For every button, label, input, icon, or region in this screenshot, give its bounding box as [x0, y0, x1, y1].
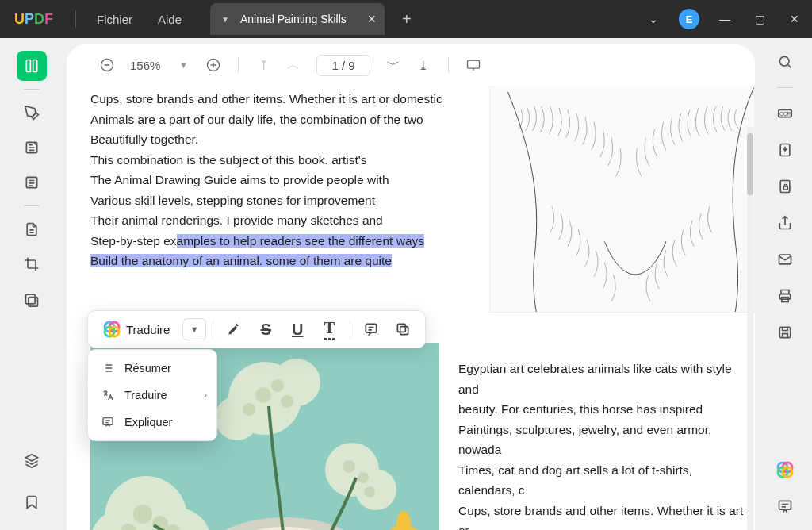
divider — [448, 57, 449, 73]
menu-item-translate[interactable]: Traduire › — [88, 382, 216, 409]
main-area: 156% ▼ ⤒ ︿ 1 / 9 ﹀ ⤓ Cups, store brands … — [0, 38, 812, 530]
scrollbar[interactable] — [747, 127, 753, 530]
scrollbar-thumb[interactable] — [747, 133, 753, 195]
titlebar: UPDF Fichier Aide ▼ Animal Painting Skil… — [0, 0, 812, 38]
text-block-left[interactable]: Cups, store brands and other items. Whet… — [90, 89, 463, 271]
translate-icon — [99, 389, 117, 401]
svg-point-26 — [281, 395, 293, 408]
underline-tool-icon[interactable]: U — [283, 316, 312, 343]
svg-point-18 — [133, 505, 152, 524]
presentation-mode-button[interactable] — [462, 53, 485, 77]
new-tab-button[interactable]: + — [391, 10, 423, 29]
sidebar-crop-tool[interactable] — [17, 249, 47, 279]
ocr-icon[interactable]: OCR — [774, 102, 796, 125]
tab-close-icon[interactable]: ✕ — [367, 13, 377, 25]
ai-assistant-icon[interactable] — [774, 459, 796, 481]
divider — [238, 57, 239, 73]
chevron-right-icon: › — [204, 390, 207, 401]
zoom-out-button[interactable] — [95, 53, 119, 77]
svg-point-23 — [255, 387, 271, 403]
svg-rect-3 — [29, 298, 38, 307]
sidebar-layers-icon[interactable] — [17, 446, 47, 476]
app-logo: UPDF — [14, 11, 53, 28]
save-icon[interactable] — [774, 321, 796, 344]
convert-icon[interactable] — [774, 139, 796, 161]
svg-point-29 — [364, 486, 375, 497]
zoom-dropdown-icon[interactable]: ▼ — [171, 53, 195, 77]
svg-rect-46 — [783, 186, 787, 190]
first-page-button[interactable]: ⤒ — [251, 53, 275, 77]
sidebar-reader-mode[interactable] — [17, 51, 47, 81]
divider — [213, 321, 213, 338]
svg-rect-6 — [467, 60, 479, 68]
divider — [24, 205, 40, 206]
ai-context-menu: Résumer Traduire › Expliquer — [87, 349, 217, 441]
page-indicator[interactable]: 1 / 9 — [316, 55, 370, 76]
user-avatar[interactable]: E — [679, 9, 699, 29]
sidebar-edit-tool[interactable] — [17, 132, 47, 163]
zoom-in-button[interactable] — [201, 53, 225, 77]
svg-point-25 — [243, 403, 255, 416]
last-page-button[interactable]: ⤓ — [412, 53, 435, 77]
svg-text:OCR: OCR — [779, 111, 791, 117]
sidebar-redact-tool[interactable] — [17, 284, 47, 314]
translate-button-label: Traduire — [126, 323, 170, 336]
sidebar-comment-tool[interactable] — [17, 98, 47, 128]
prev-page-button[interactable]: ︿ — [282, 53, 305, 77]
svg-point-28 — [358, 472, 369, 483]
view-toolbar: 156% ▼ ⤒ ︿ 1 / 9 ﹀ ⤓ — [67, 44, 755, 86]
divider — [350, 321, 350, 338]
svg-point-24 — [271, 379, 284, 392]
text-block-right[interactable]: Egyptian art celebrates animals like cat… — [458, 359, 744, 530]
menu-file[interactable]: Fichier — [84, 13, 145, 26]
translate-dropdown-icon[interactable]: ▼ — [182, 318, 206, 340]
email-icon[interactable] — [774, 248, 796, 271]
text-tool-icon[interactable]: T — [315, 316, 343, 343]
svg-rect-61 — [366, 324, 377, 332]
svg-rect-56 — [779, 501, 791, 509]
selection-toolbar: Traduire ▼ S U T — [87, 310, 426, 348]
window-minimize-button[interactable]: — — [707, 0, 742, 38]
svg-rect-64 — [103, 418, 113, 425]
svg-point-15 — [215, 396, 259, 440]
window-maximize-button[interactable]: ▢ — [742, 0, 777, 38]
svg-point-41 — [779, 56, 789, 66]
sidebar-bookmark-icon[interactable] — [17, 487, 47, 517]
sidebar-form-tool[interactable] — [17, 214, 47, 244]
image-animal-sketch — [489, 86, 755, 313]
document-viewport: 156% ▼ ⤒ ︿ 1 / 9 ﹀ ⤓ Cups, store brands … — [67, 44, 755, 530]
svg-rect-51 — [779, 327, 790, 337]
text-selection[interactable]: Build the anatomy of an animal. some of … — [90, 254, 392, 267]
zoom-level: 156% — [130, 59, 160, 72]
share-icon[interactable] — [774, 212, 796, 234]
search-icon[interactable] — [774, 51, 796, 73]
svg-point-27 — [343, 460, 355, 473]
divider — [777, 87, 793, 88]
right-sidebar: OCR — [758, 38, 812, 530]
sidebar-page-tool[interactable] — [17, 167, 47, 198]
svg-rect-2 — [26, 294, 36, 304]
copy-tool-icon[interactable] — [389, 316, 417, 343]
note-tool-icon[interactable] — [357, 316, 385, 343]
translate-button[interactable]: Traduire — [96, 317, 176, 342]
tab-title: Animal Painting Skills — [240, 13, 347, 25]
menu-item-explain[interactable]: Expliquer — [88, 409, 216, 436]
text-selection[interactable]: amples to help readers see the different… — [177, 234, 424, 248]
window-close-button[interactable]: ✕ — [777, 0, 812, 38]
document-tab[interactable]: ▼ Animal Painting Skills ✕ — [210, 3, 385, 35]
chat-icon[interactable] — [774, 495, 796, 517]
document-page[interactable]: Cups, store brands and other items. Whet… — [67, 86, 755, 530]
window-menu-caret-icon[interactable]: ⌄ — [636, 0, 671, 38]
protect-icon[interactable] — [774, 175, 796, 198]
divider — [75, 10, 76, 28]
strikethrough-tool-icon[interactable]: S — [251, 316, 280, 343]
next-page-button[interactable]: ﹀ — [381, 53, 405, 77]
explain-icon — [99, 416, 117, 428]
menu-item-summarize[interactable]: Résumer — [88, 355, 216, 382]
tab-dropdown-icon[interactable]: ▼ — [221, 15, 229, 24]
divider — [24, 89, 40, 90]
highlight-tool-icon[interactable] — [220, 316, 248, 343]
menu-help[interactable]: Aide — [145, 13, 194, 26]
svg-rect-62 — [400, 327, 408, 335]
print-icon[interactable] — [774, 285, 796, 307]
